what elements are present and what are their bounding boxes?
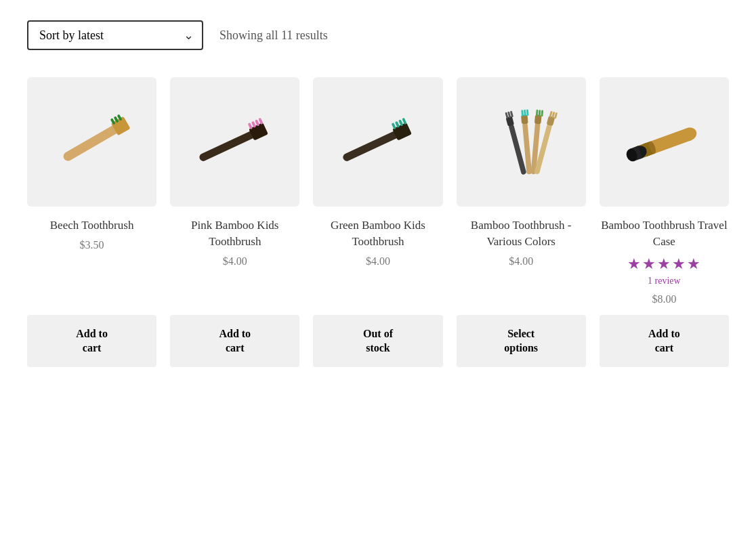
product-image-bamboo-various-colors: [457, 77, 586, 207]
out_of_stock-button: Out of stock: [313, 315, 442, 368]
product-price: $4.00: [509, 255, 533, 268]
product-name: Bamboo Toothbrush Travel Case: [600, 217, 729, 250]
product-card-beech-toothbrush: Beech Toothbrush$3.50Add to cart: [27, 77, 156, 367]
product-name: Pink Bamboo Kids Toothbrush: [170, 217, 299, 250]
product-image-beech-toothbrush: [27, 77, 156, 207]
select_options-button[interactable]: Select options: [457, 315, 586, 368]
svg-rect-5: [198, 129, 257, 163]
product-card-green-bamboo-kids: Green Bamboo Kids Toothbrush$4.00Out of …: [313, 77, 442, 367]
star-icon: ★: [657, 255, 671, 273]
svg-rect-26: [526, 110, 529, 116]
product-image-bamboo-travel-case: [600, 77, 729, 207]
add_to_cart-button[interactable]: Add to cart: [27, 315, 156, 368]
product-card-bamboo-various-colors: Bamboo Toothbrush - Various Colors$4.00S…: [457, 77, 586, 367]
toolbar: Sort by latestSort by popularitySort by …: [27, 20, 729, 50]
star-icon: ★: [672, 255, 686, 273]
svg-rect-24: [521, 110, 524, 116]
star-rating: ★★★★★: [627, 255, 700, 273]
sort-select-wrapper[interactable]: Sort by latestSort by popularitySort by …: [27, 20, 203, 50]
products-grid: Beech Toothbrush$3.50Add to cart Pink Ba…: [27, 77, 729, 367]
svg-rect-31: [541, 110, 543, 117]
add_to_cart-button[interactable]: Add to cart: [170, 315, 299, 368]
product-name: Beech Toothbrush: [50, 217, 134, 234]
svg-rect-28: [534, 114, 542, 124]
product-price: $8.00: [652, 293, 676, 305]
svg-rect-11: [341, 129, 400, 163]
results-count: Showing all 11 results: [219, 28, 328, 43]
product-name: Bamboo Toothbrush - Various Colors: [457, 217, 586, 250]
product-image-pink-bamboo-kids: [170, 77, 299, 207]
product-card-pink-bamboo-kids: Pink Bamboo Kids Toothbrush$4.00Add to c…: [170, 77, 299, 367]
product-price: $3.50: [80, 239, 104, 251]
sort-select[interactable]: Sort by latestSort by popularitySort by …: [27, 20, 203, 50]
star-icon: ★: [687, 255, 700, 273]
product-price: $4.00: [223, 255, 247, 268]
add_to_cart-button[interactable]: Add to cart: [600, 315, 729, 368]
star-icon: ★: [642, 255, 656, 273]
product-price: $4.00: [366, 255, 390, 268]
svg-rect-0: [62, 123, 122, 163]
star-icon: ★: [627, 255, 641, 273]
product-card-bamboo-travel-case: Bamboo Toothbrush Travel Case★★★★★1 revi…: [600, 77, 729, 367]
review-count: 1 review: [648, 276, 681, 286]
product-name: Green Bamboo Kids Toothbrush: [313, 217, 442, 250]
product-image-green-bamboo-kids: [313, 77, 442, 207]
